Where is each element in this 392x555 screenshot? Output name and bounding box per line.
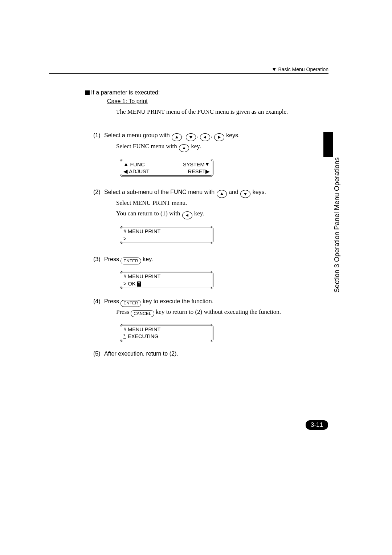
step-sub-line2a: You can return to (1) with bbox=[116, 210, 180, 217]
lcd-line2: > OK ? bbox=[123, 281, 141, 287]
up-arrow-icon bbox=[217, 190, 227, 198]
step-number: (3) bbox=[93, 254, 104, 264]
left-triangle-icon: ◀ bbox=[123, 169, 128, 174]
intro-heading: If a parameter is executed: bbox=[85, 89, 325, 96]
enter-key-icon: ENTER bbox=[121, 300, 141, 307]
case-heading: Case 1: To print bbox=[107, 98, 325, 105]
step-number: (2) bbox=[93, 187, 104, 197]
step-2: (2)Select a sub-menu of the FUNC menu wi… bbox=[93, 187, 325, 219]
header-rule bbox=[49, 73, 328, 74]
step-text: After execution, return to (2). bbox=[104, 351, 178, 357]
svg-rect-9 bbox=[123, 338, 126, 339]
lcd-bl: ◀ ADJUST bbox=[123, 169, 150, 174]
svg-marker-4 bbox=[183, 147, 185, 149]
step-text: Select a menu group with bbox=[104, 132, 170, 138]
lcd-line1: # MENU PRINT bbox=[123, 228, 160, 234]
step-text: Select a sub-menu of the FUNC menu with bbox=[104, 189, 215, 195]
step-text-end: keys. bbox=[253, 189, 266, 195]
step-sub: Select MENU PRINT menu. You can return t… bbox=[116, 198, 325, 219]
lcd-line1: # MENU PRINT bbox=[123, 327, 160, 332]
down-arrow-icon bbox=[186, 133, 196, 141]
right-triangle-icon: ▶ bbox=[205, 169, 210, 174]
enter-key-icon: ENTER bbox=[121, 258, 141, 264]
step-text-end: key. bbox=[143, 256, 153, 262]
up-arrow-icon bbox=[179, 144, 189, 152]
step-text-mid: and bbox=[229, 189, 238, 195]
step-number: (4) bbox=[93, 296, 104, 306]
step-text-end: keys. bbox=[226, 132, 240, 138]
svg-marker-5 bbox=[220, 193, 223, 195]
svg-marker-3 bbox=[218, 136, 221, 139]
step-text: Press bbox=[104, 298, 119, 304]
intro-heading-text: If a parameter is executed: bbox=[91, 89, 160, 96]
cancel-key-icon: CANCEL bbox=[131, 310, 154, 317]
left-arrow-icon bbox=[200, 133, 210, 141]
lcd-tr: SYSTEM▼ bbox=[183, 161, 210, 167]
step-sub: Select FUNC menu with key. bbox=[116, 141, 325, 152]
step-4: (4)Press ENTER key to execute the functi… bbox=[93, 296, 325, 317]
svg-marker-1 bbox=[189, 136, 192, 139]
step-3: (3)Press ENTER key. bbox=[93, 254, 325, 264]
down-arrow-icon bbox=[240, 190, 250, 198]
step-5: (5)After execution, return to (2). bbox=[93, 349, 325, 358]
lcd-line2: > bbox=[123, 236, 126, 242]
left-arrow-icon bbox=[182, 211, 192, 219]
down-triangle-icon: ▼ bbox=[205, 161, 210, 167]
lcd-br: RESET▶ bbox=[188, 169, 210, 174]
step-sub-line2b: key. bbox=[194, 210, 204, 217]
lcd-display-1: ▲ FUNC SYSTEM▼ ◀ ADJUST RESET▶ bbox=[120, 159, 213, 177]
svg-marker-2 bbox=[204, 136, 206, 139]
step-sub-text: Select FUNC menu with bbox=[116, 143, 177, 150]
lcd-display-2: # MENU PRINT > bbox=[120, 226, 213, 244]
lcd-display-4: # MENU PRINT * EXECUTING bbox=[120, 324, 213, 342]
step-text: Press bbox=[104, 256, 119, 262]
step-sub-line1: Select MENU PRINT menu. bbox=[116, 199, 187, 206]
lcd-line1: # MENU PRINT bbox=[123, 274, 160, 279]
svg-marker-7 bbox=[186, 214, 188, 217]
lcd-line2: * EXECUTING bbox=[123, 333, 159, 340]
step-sub-end: key. bbox=[191, 143, 201, 150]
step-sub: Press CANCEL key to return to (2) withou… bbox=[116, 307, 325, 317]
square-bullet-icon bbox=[85, 90, 90, 95]
step-text-end: key to execute the function. bbox=[143, 298, 213, 304]
cursor-question-icon: ? bbox=[137, 281, 141, 287]
header-title: Basic Menu Operation bbox=[278, 66, 328, 72]
down-triangle-icon: ▼ bbox=[272, 66, 277, 72]
page-content: If a parameter is executed: Case 1: To p… bbox=[85, 89, 325, 358]
step-number: (5) bbox=[93, 349, 104, 358]
svg-marker-0 bbox=[175, 136, 178, 138]
step-sub-a: Press bbox=[116, 308, 129, 315]
section-side-label: Section 3 Operation Panel Menu Operation… bbox=[333, 157, 341, 293]
example-paragraph: The MENU PRINT menu of the FUNC menu is … bbox=[116, 107, 312, 117]
lcd-tl: ▲ FUNC bbox=[123, 161, 145, 167]
page-number: 3-11 bbox=[306, 420, 328, 430]
lcd-display-3: # MENU PRINT > OK ? bbox=[120, 271, 213, 289]
running-header: ▼Basic Menu Operation bbox=[272, 66, 328, 72]
step-sub-b: key to return to (2) without executing t… bbox=[156, 308, 281, 315]
up-arrow-icon bbox=[172, 133, 182, 141]
up-triangle-icon: ▲ bbox=[123, 161, 128, 167]
step-number: (1) bbox=[93, 130, 104, 140]
cursor-block-icon: * bbox=[123, 334, 126, 340]
svg-marker-6 bbox=[244, 193, 247, 195]
right-arrow-icon bbox=[214, 133, 224, 141]
step-1: (1)Select a menu group with , , , keys. … bbox=[93, 130, 325, 152]
